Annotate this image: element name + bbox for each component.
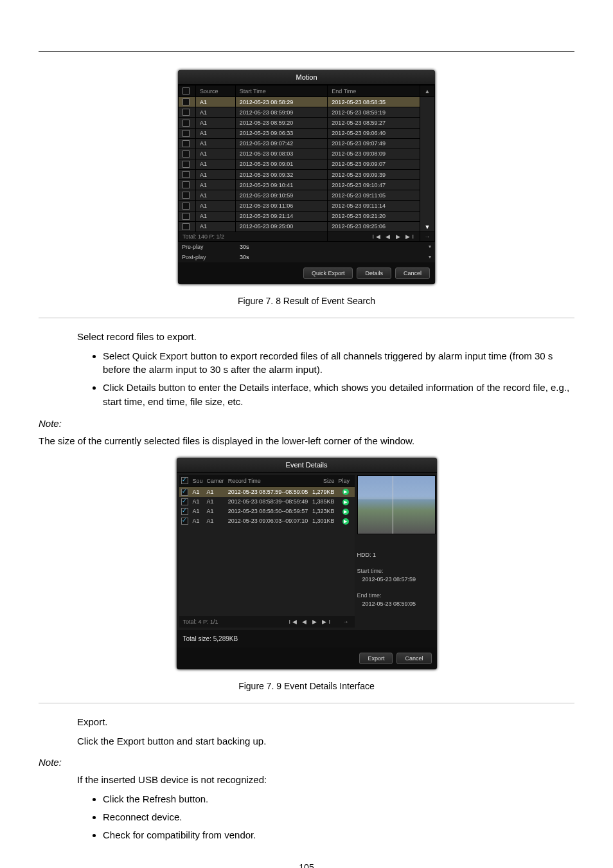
checkbox-icon[interactable] (181, 518, 188, 525)
play-icon[interactable]: ▶ (342, 518, 349, 525)
cell-start: 2012-05-23 09:09:01 (235, 159, 328, 169)
checkbox-icon[interactable] (182, 203, 190, 210)
table-row[interactable]: A12012-05-23 09:09:322012-05-23 09:09:39 (179, 170, 435, 180)
cell-size: 1,301KB (310, 516, 337, 526)
checkbox-icon[interactable] (182, 140, 190, 147)
col-record-time[interactable]: Record Time (226, 475, 310, 487)
table-row[interactable]: A12012-05-23 09:10:412012-05-23 09:10:47 (179, 180, 435, 190)
play-icon[interactable]: ▶ (342, 509, 349, 515)
cell-size: 1,279KB (310, 487, 337, 497)
checkbox-icon[interactable] (181, 477, 188, 484)
checkbox-icon[interactable] (181, 498, 188, 505)
checkbox-icon[interactable] (182, 130, 190, 137)
checkbox-icon[interactable] (182, 223, 190, 230)
note-text: The size of the currently selected files… (39, 434, 574, 448)
cell-source: A1 (191, 497, 205, 507)
cell-start: 2012-05-23 09:25:00 (235, 221, 328, 231)
table-row[interactable]: A12012-05-23 09:11:062012-05-23 09:11:14 (179, 201, 435, 211)
checkbox-icon[interactable] (181, 508, 188, 515)
meta-start-label: Start time: (357, 567, 434, 575)
motion-table: Source Start Time End Time ▲ A12012-05-2… (178, 85, 435, 242)
cell-start: 2012-05-23 09:08:03 (235, 149, 328, 159)
checkbox-icon[interactable] (182, 120, 190, 127)
checkbox-icon[interactable] (182, 109, 190, 116)
para-export: Export. (77, 715, 574, 729)
cell-source: A1 (196, 201, 236, 211)
export-button[interactable]: Export (359, 653, 393, 664)
checkbox-icon[interactable] (181, 489, 188, 496)
col-size[interactable]: Size (310, 475, 337, 487)
checkbox-icon[interactable] (182, 87, 190, 95)
col-source[interactable]: Sou (191, 475, 205, 487)
cell-end: 2012-05-23 09:11:05 (328, 190, 420, 201)
table-row[interactable]: A12012-05-23 09:10:592012-05-23 09:11:05 (179, 190, 435, 201)
scrollbar[interactable]: ▼ (420, 97, 435, 232)
cell-camera: A1 (205, 507, 226, 516)
note2-label: Note: (39, 757, 574, 768)
table-row[interactable]: A12012-05-23 08:58:292012-05-23 08:58:35… (179, 97, 435, 107)
list-item: Check for compatibility from vendor. (103, 828, 574, 842)
table-row[interactable]: A1A12012-05-23 08:58:50--08:59:571,323KB… (179, 507, 355, 516)
event-details-dialog: Event Details Sou Camer Record Time Size… (177, 458, 437, 669)
cell-source: A1 (191, 487, 205, 497)
table-row[interactable]: A1A12012-05-23 08:57:59--08:59:051,279KB… (179, 487, 355, 497)
table-row[interactable]: A12012-05-23 09:06:332012-05-23 09:06:40 (179, 128, 435, 138)
table-row[interactable]: A1A12012-05-23 08:58:39--08:59:491,385KB… (179, 497, 355, 507)
col-end-time[interactable]: End Time (328, 86, 420, 97)
play-icon[interactable]: ▶ (342, 499, 349, 505)
col-play[interactable]: Play (337, 475, 355, 487)
page-number: 105 (0, 862, 613, 868)
cancel-button[interactable]: Cancel (395, 267, 430, 279)
details-button[interactable]: Details (357, 267, 391, 279)
cancel-button[interactable]: Cancel (396, 653, 431, 664)
col-start-time[interactable]: Start Time (235, 86, 328, 97)
event-details-title: Event Details (177, 458, 437, 473)
meta-hdd: HDD: 1 (357, 551, 434, 559)
table-row[interactable]: A12012-05-23 08:59:202012-05-23 08:59:27 (179, 118, 435, 128)
cell-source: A1 (191, 516, 205, 526)
col-source[interactable]: Source (196, 86, 236, 97)
table-row[interactable]: A12012-05-23 09:25:002012-05-23 09:25:06 (179, 221, 435, 231)
cell-camera: A1 (205, 487, 226, 497)
scroll-up-icon[interactable]: ▲ (420, 86, 435, 97)
table-row[interactable]: A1A12012-05-23 09:06:03--09:07:101,301KB… (179, 516, 355, 526)
meta-end: 2012-05-23 08:59:05 (357, 600, 434, 608)
play-icon[interactable]: ▶ (342, 489, 349, 495)
video-preview[interactable] (357, 475, 436, 534)
pager-icons[interactable]: I◀ ◀ ▶ ▶I (372, 233, 416, 240)
pager-go-icon[interactable]: → (420, 231, 435, 241)
checkbox-icon[interactable] (182, 181, 190, 188)
checkbox-icon[interactable] (182, 98, 190, 105)
pre-play-row[interactable]: Pre-play 30s ▾ (178, 242, 435, 252)
cell-source: A1 (191, 507, 205, 516)
cell-start: 2012-05-23 09:09:32 (235, 170, 328, 180)
cell-source: A1 (196, 128, 236, 138)
table-row[interactable]: A12012-05-23 09:21:142012-05-23 09:21:20 (179, 211, 435, 221)
cell-end: 2012-05-23 09:25:06 (328, 221, 420, 231)
cell-end: 2012-05-23 09:08:09 (328, 149, 420, 159)
checkbox-icon[interactable] (182, 150, 190, 158)
checkbox-icon[interactable] (182, 161, 190, 168)
quick-export-button[interactable]: Quick Export (303, 267, 353, 279)
checkbox-icon[interactable] (182, 213, 190, 220)
col-camera[interactable]: Camer (205, 475, 226, 487)
list-item: Click Details button to enter the Detail… (103, 381, 574, 409)
options-list: Select Quick Export button to export rec… (103, 349, 574, 409)
cell-source: A1 (196, 190, 236, 201)
cell-record-time: 2012-05-23 08:58:39--08:59:49 (226, 497, 310, 507)
cell-size: 1,385KB (310, 497, 337, 507)
cell-record-time: 2012-05-23 08:57:59--08:59:05 (226, 487, 310, 497)
checkbox-icon[interactable] (182, 171, 190, 178)
cell-source: A1 (196, 211, 236, 221)
table-row[interactable]: A12012-05-23 09:08:032012-05-23 09:08:09 (179, 149, 435, 159)
checkbox-icon[interactable] (182, 192, 190, 199)
table-row[interactable]: A12012-05-23 08:59:092012-05-23 08:59:19 (179, 107, 435, 118)
table-row[interactable]: A12012-05-23 09:07:422012-05-23 09:07:49 (179, 138, 435, 149)
separator-2 (39, 703, 574, 703)
separator-1 (39, 318, 574, 318)
cell-end: 2012-05-23 09:09:07 (328, 159, 420, 169)
post-play-row[interactable]: Post-play 30s ▾ (178, 252, 435, 262)
pager-icons[interactable]: I◀ ◀ ▶ ▶I → (289, 619, 350, 625)
table-row[interactable]: A12012-05-23 09:09:012012-05-23 09:09:07 (179, 159, 435, 169)
cell-end: 2012-05-23 08:58:35 (328, 97, 420, 107)
